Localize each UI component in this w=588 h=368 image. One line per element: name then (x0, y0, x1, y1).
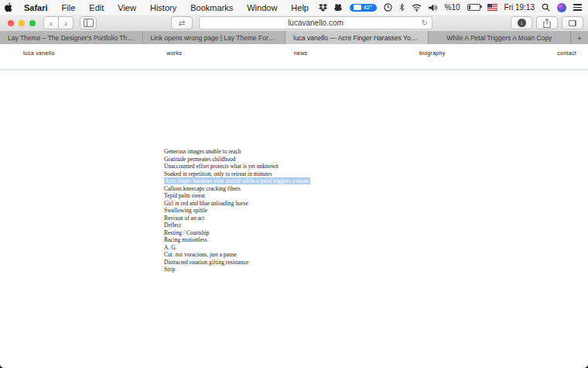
us-flag-icon[interactable] (487, 4, 497, 11)
work-link[interactable]: Unaccounted effort protects what is yet … (164, 163, 310, 170)
forward-button[interactable]: › (59, 16, 74, 29)
battery-level (469, 5, 470, 9)
new-tab-button[interactable]: + (571, 31, 588, 44)
work-title: Swallowing spittle (164, 207, 207, 214)
browser-tab[interactable]: luca vanello — Acre Finger Harasses Your… (285, 31, 429, 44)
time-machine-icon[interactable] (384, 3, 392, 12)
work-title: Generous images unable to reach (164, 148, 241, 155)
work-link[interactable]: Revison of an act (164, 215, 310, 222)
work-link[interactable]: Callous kneecaps cracking fibers (164, 185, 310, 193)
work-title: Distracted rotation gifting resistance (164, 259, 248, 266)
download-icon: ↓ (518, 19, 526, 27)
site-nav-link[interactable]: biography (419, 50, 445, 56)
site-nav-link[interactable]: contact (557, 50, 576, 56)
app-blob-icon[interactable] (334, 4, 343, 12)
menu-item[interactable]: Window (240, 3, 284, 12)
site-nav-link[interactable]: news (294, 50, 308, 56)
work-link[interactable]: Strip (164, 266, 310, 273)
menu-bar-clock[interactable]: Fri 19:13 (504, 3, 535, 12)
work-link[interactable]: Deflect (164, 222, 310, 229)
extension-button[interactable]: ⇄ (171, 16, 193, 29)
browser-tab[interactable]: While A Petal Triggers A Moan Copy (429, 31, 572, 44)
reload-icon[interactable]: ↻ (422, 19, 428, 27)
close-window-button[interactable] (8, 20, 14, 26)
sidebar-icon (84, 19, 94, 27)
works-list: Generous images unable to reach Gratitud… (164, 148, 310, 273)
menu-items: Safari File Edit View History Bookmarks … (17, 3, 316, 12)
input-source-percent[interactable]: %10 (445, 3, 460, 12)
share-button[interactable] (536, 16, 558, 29)
work-title: A. G. (164, 244, 176, 251)
work-link[interactable]: Generous images unable to reach (164, 148, 310, 156)
header-rule (0, 69, 588, 71)
work-title: Callous kneecaps cracking fibers (164, 185, 241, 192)
work-link[interactable]: Swallowing spittle (164, 207, 310, 215)
work-title: Girl in red and blue unloading horse (164, 200, 248, 207)
work-link[interactable]: A. G. (164, 244, 310, 252)
battery-badge[interactable]: 42° (350, 4, 376, 12)
work-link[interactable]: Acre finger harasses your nostril while … (164, 177, 310, 185)
menu-bar-status: 42° %10 Fri 19:13 (319, 2, 588, 12)
toolbar-right-buttons: ↓ (511, 16, 583, 29)
zoom-window-button[interactable] (29, 20, 36, 26)
work-title: Deflect (164, 222, 181, 229)
tab-title: luca vanello — Acre Finger Harasses Your… (293, 34, 420, 42)
downloads-button[interactable]: ↓ (511, 16, 532, 29)
siri-icon[interactable] (557, 3, 566, 12)
work-title: Cut. not voracious, just a pause (164, 251, 237, 258)
work-title: Revison of an act (164, 215, 204, 222)
wifi-icon[interactable] (412, 4, 422, 12)
browser-tab[interactable]: Lay Theme – The Designer's Portfolio The… (0, 31, 143, 44)
work-link[interactable]: Girl in red and blue unloading horse (164, 200, 310, 208)
menu-item[interactable]: Bookmarks (183, 3, 240, 12)
apple-logo-icon[interactable] (0, 2, 17, 12)
work-title: Acre finger harasses your nostril while … (164, 177, 310, 184)
browser-tab[interactable]: Link opens wrong page | Lay Theme Forum (143, 31, 286, 44)
work-title: Gratitude permeates childhood (164, 156, 235, 163)
tab-overview-button[interactable] (562, 16, 583, 29)
work-link[interactable]: Cut. not voracious, just a pause (164, 251, 310, 259)
menu-item[interactable]: View (111, 3, 143, 12)
window-controls (8, 20, 36, 26)
dropbox-icon[interactable] (319, 4, 327, 12)
back-button[interactable]: ‹ (43, 16, 59, 29)
battery-badge-value: 42° (363, 5, 372, 11)
work-title: Racing motionless (164, 236, 207, 243)
menu-item[interactable]: File (55, 3, 83, 12)
web-page: luca vanello works news biography contac… (0, 44, 588, 368)
bluetooth-icon[interactable] (399, 3, 405, 12)
work-link[interactable]: Soaked in repetition, only to retreat in… (164, 170, 310, 178)
volume-icon[interactable] (429, 4, 438, 12)
tabs: Lay Theme – The Designer's Portfolio The… (0, 31, 571, 44)
tab-title: While A Petal Triggers A Moan Copy (446, 34, 552, 42)
share-icon (543, 19, 551, 28)
spotlight-search-icon[interactable] (542, 3, 550, 12)
tab-bar: Lay Theme – The Designer's Portfolio The… (0, 31, 588, 44)
history-nav-buttons: ‹ › (43, 16, 74, 29)
notification-center-icon[interactable] (573, 2, 582, 12)
sidebar-button[interactable] (80, 16, 97, 29)
work-link[interactable]: Resting / Courtship (164, 229, 310, 237)
menu-item[interactable]: Edit (82, 3, 111, 12)
tab-overview-icon (569, 20, 576, 26)
tab-title: Lay Theme – The Designer's Portfolio The… (8, 34, 135, 42)
extension-arrows-icon: ⇄ (179, 19, 185, 27)
work-link[interactable]: Tepid palm sweat (164, 192, 310, 200)
site-nav-link[interactable]: luca vanello (23, 50, 55, 56)
work-title: Strip (164, 266, 176, 273)
work-title: Resting / Courtship (164, 229, 209, 236)
battery-icon[interactable] (467, 4, 480, 11)
tab-title: Link opens wrong page | Lay Theme Forum (151, 34, 278, 42)
menu-item[interactable]: Help (284, 3, 316, 12)
site-nav-link[interactable]: works (166, 50, 182, 56)
address-bar[interactable]: lucavanello.com ↻ (199, 16, 432, 29)
work-title: Soaked in repetition, only to retreat in… (164, 170, 272, 177)
site-nav: luca vanello works news biography contac… (23, 50, 576, 56)
work-link[interactable]: Racing motionless (164, 236, 310, 244)
minimize-window-button[interactable] (19, 20, 25, 26)
menu-item[interactable]: History (143, 3, 183, 12)
menu-item[interactable]: Safari (17, 3, 55, 12)
work-link[interactable]: Gratitude permeates childhood (164, 156, 310, 163)
work-link[interactable]: Distracted rotation gifting resistance (164, 259, 310, 267)
work-title: Tepid palm sweat (164, 192, 205, 199)
